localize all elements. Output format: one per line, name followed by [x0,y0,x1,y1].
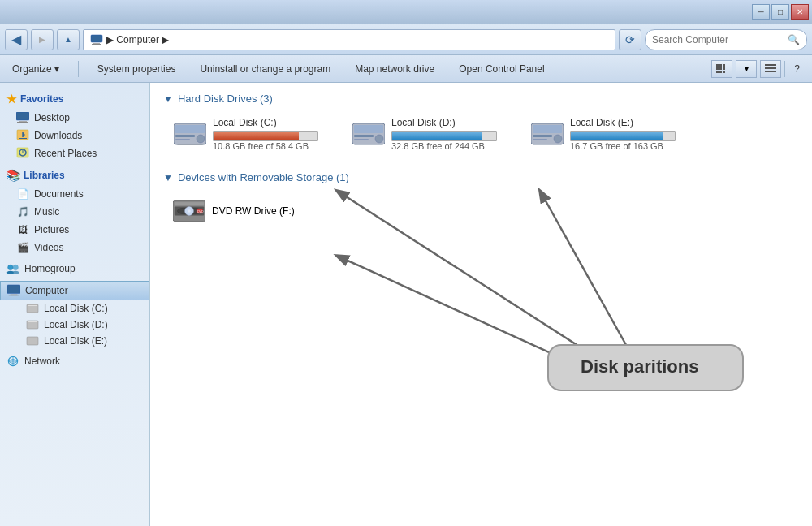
sidebar-item-local-disk-e[interactable]: Local Disk (E:) [0,333,149,349]
search-input[interactable] [652,34,784,45]
forward-button[interactable]: ▶ [31,29,54,50]
pictures-icon: 🖼 [16,223,29,236]
svg-rect-52 [354,125,383,133]
sidebar-item-videos[interactable]: 🎬 Videos [0,239,149,257]
disk-e-icon [531,118,564,150]
music-icon: 🎵 [16,205,29,218]
computer-path-icon [90,33,103,46]
disk-item-e[interactable]: Local Disk (E:) 16.7 GB free of 163 GB [527,113,689,155]
sidebar: ★ Favorites Desktop [0,83,150,526]
map-network-drive-button[interactable]: Map network drive [349,60,440,78]
path-label: ▶ Computer ▶ [106,34,169,45]
disk-item-d[interactable]: Local Disk (D:) 32.8 GB free of 244 GB [348,113,511,155]
organize-arrow-icon: ▾ [54,63,59,75]
local-disk-c-icon [26,302,39,315]
downloads-label: Downloads [34,130,82,141]
toolbar-separator-2 [784,61,785,77]
view-options-button[interactable] [711,60,732,78]
svg-rect-62 [175,202,204,205]
svg-rect-0 [91,35,102,42]
view-list-icon [765,64,776,74]
computer-sidebar-icon [7,284,20,297]
computer-label: Computer [25,285,68,296]
svg-rect-4 [719,64,722,67]
disk-e-info: Local Disk (E:) 16.7 GB free of 163 GB [570,117,685,151]
sidebar-item-local-disk-c[interactable]: Local Disk (C:) [0,300,149,317]
videos-icon: 🎬 [16,241,29,254]
disk-d-free: 32.8 GB free of 244 GB [391,141,507,151]
svg-rect-14 [765,71,776,72]
libraries-header[interactable]: 📚 Libraries [0,166,149,185]
uninstall-button[interactable]: Uninstall or change a program [194,60,336,78]
sidebar-item-recent-places[interactable]: Recent Places [0,144,149,162]
sidebar-item-local-disk-d[interactable]: Local Disk (D:) [0,317,149,333]
svg-rect-7 [719,67,722,70]
homegroup-icon [6,262,19,275]
dvd-item[interactable]: DVD DVD RW Drive (F:) [170,192,799,231]
hard-disk-section-header[interactable]: ▼ Hard Disk Drives (3) [163,93,799,105]
title-bar: ─ □ ✕ [0,0,812,24]
svg-rect-21 [19,138,27,139]
sidebar-item-network[interactable]: Network [0,352,149,370]
music-label: Music [34,206,59,218]
disk-item-c[interactable]: Local Disk (C:) 10.8 GB free of 58.4 GB [170,113,332,155]
svg-rect-9 [716,71,719,73]
svg-point-58 [554,135,562,143]
desktop-label: Desktop [34,112,70,123]
open-control-panel-button[interactable]: Open Control Panel [453,60,550,78]
disk-grid: Local Disk (C:) 10.8 GB free of 58.4 GB [163,113,799,155]
local-disk-d-icon [26,318,39,331]
sidebar-item-homegroup[interactable]: Homegroup [0,260,149,278]
system-properties-button[interactable]: System properties [92,60,182,78]
sidebar-item-downloads[interactable]: Downloads [0,127,149,144]
dvd-drive-label: DVD RW Drive (F:) [212,205,295,217]
disk-e-bar-container [570,132,676,141]
sidebar-item-computer[interactable]: Computer [0,281,149,300]
svg-rect-57 [533,125,562,133]
pictures-label: Pictures [34,224,69,235]
documents-icon: 📄 [16,188,29,200]
svg-text:DVD: DVD [197,210,204,213]
disk-c-bar-container [213,132,318,141]
desktop-icon [16,111,29,124]
organize-button[interactable]: Organize ▾ [6,60,65,78]
disk-d-bar-container [391,132,497,141]
local-disk-e-label: Local Disk (E:) [44,335,107,347]
sidebar-item-documents[interactable]: 📄 Documents [0,185,149,203]
svg-rect-10 [719,71,722,73]
svg-point-48 [197,135,205,143]
minimize-button[interactable]: ─ [752,4,770,20]
favorites-label: Favorites [20,93,63,105]
favorites-section: ★ Favorites Desktop [0,89,149,162]
content-area: ▼ Hard Disk Drives (3) [150,83,812,526]
maximize-button[interactable]: □ [771,4,789,20]
close-button[interactable]: ✕ [791,4,809,20]
uninstall-label: Uninstall or change a program [200,63,330,75]
address-path[interactable]: ▶ Computer ▶ [83,29,615,50]
network-label: Network [24,356,60,367]
disk-d-info: Local Disk (D:) 32.8 GB free of 244 GB [391,117,507,151]
view-list-button[interactable] [760,60,781,78]
recent-places-icon [16,147,29,160]
recent-places-label: Recent Places [34,148,97,159]
back-button[interactable]: ◀ [5,29,28,50]
help-button[interactable]: ? [788,60,806,78]
svg-point-53 [375,135,383,143]
libraries-icon: 📚 [6,169,20,182]
up-button[interactable]: ▲ [57,29,80,50]
disk-c-free: 10.8 GB free of 58.4 GB [213,141,328,151]
disk-c-icon [174,118,206,150]
svg-point-27 [13,265,18,269]
favorites-header[interactable]: ★ Favorites [0,89,149,109]
svg-rect-50 [175,139,190,140]
removable-section-header[interactable]: ▼ Devices with Removable Storage (1) [163,171,799,183]
search-box[interactable]: 🔍 [645,29,807,50]
sidebar-item-music[interactable]: 🎵 Music [0,203,149,221]
main-layout: ★ Favorites Desktop [0,83,812,526]
documents-label: Documents [34,188,84,200]
svg-point-66 [188,209,191,213]
sidebar-item-pictures[interactable]: 🖼 Pictures [0,221,149,239]
refresh-button[interactable]: ⟳ [619,29,641,50]
sidebar-item-desktop[interactable]: Desktop [0,109,149,127]
view-toggle-button[interactable]: ▾ [736,60,757,78]
